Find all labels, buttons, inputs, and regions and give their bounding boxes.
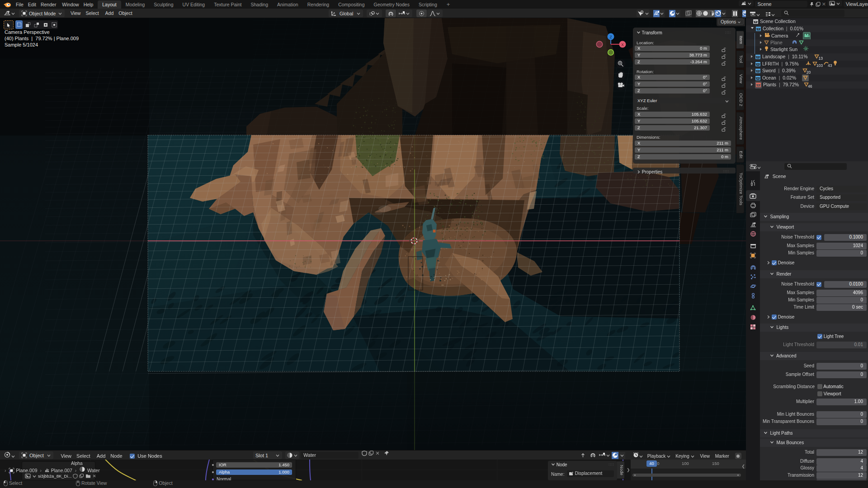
svg-text:X: X [621, 42, 624, 47]
svg-text:Z: Z [609, 35, 612, 39]
